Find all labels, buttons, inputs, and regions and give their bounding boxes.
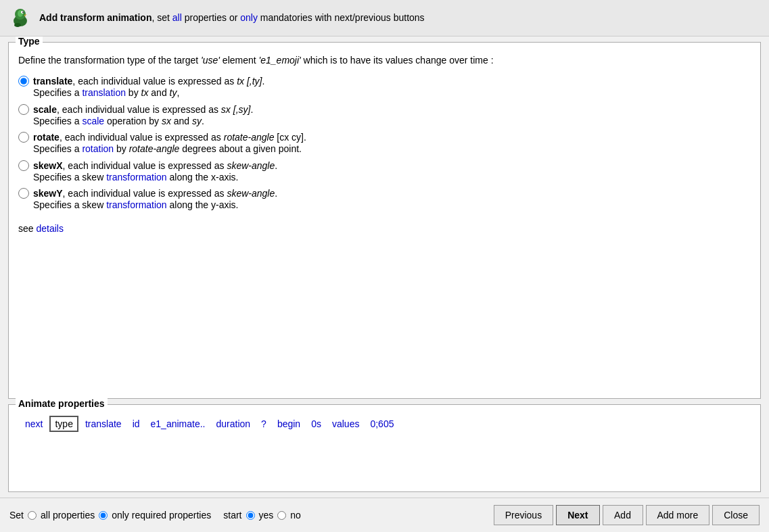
footer-left: Set all properties only required propert… bbox=[9, 510, 301, 521]
footer-start: start yes no bbox=[223, 510, 301, 521]
animate-section: Animate properties next type translate i… bbox=[8, 404, 761, 492]
radio-option-skewx: skewX, each individual value is expresse… bbox=[18, 160, 751, 185]
header-title-rest: , set all properties or only mandatories… bbox=[152, 12, 424, 23]
animate-pills: next type translate id e1_animate.. dura… bbox=[18, 410, 751, 437]
radio-option-translate: translate, each individual value is expr… bbox=[18, 76, 751, 100]
header-text: Add transform animation, set all propert… bbox=[39, 11, 425, 25]
bird-icon bbox=[8, 6, 32, 30]
pill-e1-animate[interactable]: e1_animate.. bbox=[147, 417, 210, 431]
type-section: Type Define the transformation type of t… bbox=[8, 42, 761, 399]
close-button[interactable]: Close bbox=[712, 505, 760, 525]
details-link[interactable]: details bbox=[36, 223, 63, 234]
radio-scale-desc: Specifies a scale operation by sx and sy… bbox=[33, 115, 751, 128]
type-legend: Type bbox=[16, 37, 43, 47]
radio-start-yes[interactable] bbox=[246, 511, 255, 520]
start-yes-label[interactable]: yes bbox=[259, 510, 274, 521]
add-button[interactable]: Add bbox=[603, 505, 643, 525]
previous-button[interactable]: Previous bbox=[494, 505, 553, 525]
footer-set: Set all properties only required propert… bbox=[9, 510, 211, 521]
radio-option-rotate: rotate, each individual value is express… bbox=[18, 132, 751, 156]
radio-translate-desc: Specifies a translation by tx and ty, bbox=[33, 87, 751, 100]
radio-start-no[interactable] bbox=[277, 511, 286, 520]
skewy-transformation-link[interactable]: transformation bbox=[106, 199, 166, 210]
rotation-link[interactable]: rotation bbox=[82, 143, 114, 154]
radio-rotate-desc: Specifies a rotation by rotate-angle deg… bbox=[33, 143, 751, 156]
radio-skewx-desc: Specifies a skew transformation along th… bbox=[33, 171, 751, 185]
animate-legend: Animate properties bbox=[16, 398, 108, 409]
main-window: Add transform animation, set all propert… bbox=[0, 0, 769, 532]
pill-next[interactable]: next bbox=[21, 417, 47, 431]
radio-skewx-label[interactable]: skewX, each individual value is expresse… bbox=[33, 160, 277, 171]
skewx-transformation-link[interactable]: transformation bbox=[106, 172, 166, 183]
radio-translate[interactable] bbox=[18, 76, 29, 87]
radio-set-all[interactable] bbox=[28, 511, 37, 520]
header-only-link[interactable]: only bbox=[240, 12, 258, 23]
pill-question[interactable]: ? bbox=[257, 417, 271, 431]
pill-0s[interactable]: 0s bbox=[307, 417, 325, 431]
pill-values[interactable]: values bbox=[328, 417, 363, 431]
radio-skewy-desc: Specifies a skew transformation along th… bbox=[33, 199, 751, 212]
footer-right: Previous Next Add Add more Close bbox=[494, 505, 760, 525]
pill-duration[interactable]: duration bbox=[212, 417, 255, 431]
pill-type[interactable]: type bbox=[49, 416, 78, 432]
start-no-label[interactable]: no bbox=[290, 510, 301, 521]
radio-skewx[interactable] bbox=[18, 160, 29, 171]
start-label: start bbox=[223, 510, 241, 521]
header-all-link[interactable]: all bbox=[172, 12, 182, 23]
radio-translate-label[interactable]: translate, each individual value is expr… bbox=[33, 76, 264, 87]
svg-point-6 bbox=[14, 23, 21, 27]
set-only-label[interactable]: only required properties bbox=[112, 510, 211, 521]
radio-skewy[interactable] bbox=[18, 188, 29, 199]
translation-link[interactable]: translation bbox=[82, 87, 126, 98]
footer: Set all properties only required propert… bbox=[0, 498, 769, 532]
radio-scale-label[interactable]: scale, each individual value is expresse… bbox=[33, 104, 253, 115]
next-button[interactable]: Next bbox=[556, 505, 599, 525]
svg-point-4 bbox=[22, 11, 24, 13]
content: Type Define the transformation type of t… bbox=[0, 37, 769, 498]
pill-translate[interactable]: translate bbox=[81, 417, 126, 431]
radio-option-skewy: skewY, each individual value is expresse… bbox=[18, 188, 751, 212]
set-label: Set bbox=[9, 510, 24, 521]
pill-value-num[interactable]: 0;605 bbox=[366, 417, 398, 431]
add-more-button[interactable]: Add more bbox=[646, 505, 710, 525]
see-details: see details bbox=[18, 223, 751, 234]
header: Add transform animation, set all propert… bbox=[0, 0, 769, 37]
pill-id[interactable]: id bbox=[129, 417, 144, 431]
radio-set-only[interactable] bbox=[99, 511, 108, 520]
pill-begin[interactable]: begin bbox=[273, 417, 304, 431]
radio-rotate[interactable] bbox=[18, 132, 29, 143]
set-all-label[interactable]: all properties bbox=[41, 510, 95, 521]
header-title-bold: Add transform animation bbox=[39, 12, 152, 23]
scale-link[interactable]: scale bbox=[82, 116, 104, 126]
type-content: Define the transformation type of the ta… bbox=[18, 53, 751, 234]
radio-scale[interactable] bbox=[18, 104, 29, 115]
type-description: Define the transformation type of the ta… bbox=[18, 53, 751, 68]
radio-skewy-label[interactable]: skewY, each individual value is expresse… bbox=[33, 188, 277, 199]
radio-option-scale: scale, each individual value is expresse… bbox=[18, 104, 751, 128]
radio-rotate-label[interactable]: rotate, each individual value is express… bbox=[33, 132, 306, 143]
